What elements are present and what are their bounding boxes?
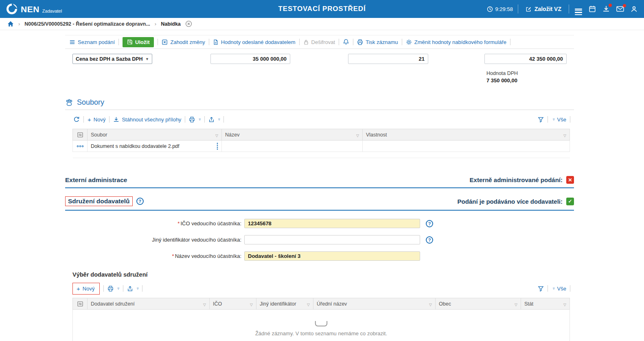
dropdown-caret-icon: ▿ bbox=[137, 286, 139, 290]
export-icon bbox=[127, 286, 133, 292]
breadcrumb-chevron: › bbox=[155, 21, 156, 27]
column-header-obec[interactable]: Obec ▽ bbox=[436, 298, 521, 310]
files-title-label: Soubory bbox=[77, 98, 104, 107]
filter-caret-icon[interactable]: ▽ bbox=[356, 134, 359, 138]
price-type-select[interactable]: Cena bez DPH a Sazba DPH ▼ bbox=[72, 54, 152, 64]
discard-changes-label: Zahodit změny bbox=[170, 39, 205, 45]
column-settings-header[interactable] bbox=[73, 298, 88, 310]
user-icon[interactable] bbox=[630, 5, 638, 13]
supplier-selection-title: Výběr dodavatelů sdružení bbox=[72, 271, 574, 278]
create-vz-button[interactable]: Založit VZ bbox=[523, 5, 564, 13]
toolbar-separator bbox=[142, 285, 142, 292]
new-file-label: Nový bbox=[94, 117, 106, 123]
filter-button[interactable] bbox=[538, 117, 544, 123]
toolbar-separator bbox=[204, 116, 205, 123]
help-icon[interactable]: ? bbox=[136, 198, 144, 205]
list-of-submissions-button[interactable]: Seznam podání bbox=[69, 39, 115, 45]
change-form-values-button[interactable]: Změnit hodnoty nabídkového formuláře bbox=[406, 39, 506, 45]
supplier-values-button[interactable]: Hodnoty odeslané dodavatelem bbox=[213, 39, 296, 45]
export-menu-button[interactable]: ▿ bbox=[127, 286, 139, 292]
filter-caret-icon[interactable]: ▽ bbox=[307, 303, 310, 307]
vat-rate-field[interactable]: 21 bbox=[348, 54, 428, 64]
download-all-attachments-button[interactable]: Stáhnout všechny přílohy bbox=[113, 117, 181, 123]
row-menu-cell[interactable] bbox=[73, 141, 88, 152]
discard-changes-icon bbox=[162, 39, 168, 45]
nen-brand[interactable]: NEN Zadavatel bbox=[6, 3, 62, 15]
new-consortium-supplier-button[interactable]: + Nový bbox=[72, 283, 100, 295]
price-no-vat-field[interactable]: 35 000 000,00 bbox=[210, 54, 290, 64]
other-id-input[interactable] bbox=[244, 235, 420, 244]
price-with-vat-field[interactable]: 42 350 000,00 bbox=[484, 54, 567, 64]
refresh-button[interactable] bbox=[73, 116, 80, 123]
messages-icon[interactable] bbox=[616, 5, 625, 13]
drag-handle-icon[interactable] bbox=[217, 143, 218, 150]
column-header-vlastnost[interactable]: Vlastnost ▽ bbox=[363, 129, 570, 141]
view-all-dropdown[interactable]: ▿ Vše bbox=[552, 286, 566, 292]
column-header-stat[interactable]: Stát ▽ bbox=[521, 298, 570, 310]
column-settings-icon bbox=[77, 301, 83, 307]
brand-role: Zadavatel bbox=[42, 9, 62, 13]
column-header-uredni-nazev[interactable]: Úřední název ▽ bbox=[313, 298, 436, 310]
export-menu-button[interactable]: ▿ bbox=[208, 117, 220, 123]
external-admin-no-flag[interactable]: ✕ bbox=[566, 176, 574, 184]
leader-name-input[interactable] bbox=[244, 251, 420, 261]
toolbar-separator bbox=[118, 39, 119, 45]
consortium-label: Podání je podáváno více dodavateli: bbox=[458, 198, 563, 205]
save-button[interactable]: Uložit bbox=[123, 37, 154, 47]
toolbar-separator bbox=[299, 39, 300, 45]
dropdown-caret-icon: ▿ bbox=[199, 117, 201, 121]
environment-title: TESTOVACÍ PROSTŘEDÍ bbox=[278, 5, 366, 13]
lock-icon bbox=[303, 39, 309, 45]
filter-caret-icon[interactable]: ▽ bbox=[215, 134, 218, 138]
filter-caret-icon[interactable]: ▽ bbox=[563, 134, 566, 138]
form-row-name: *Název vedoucího účastníka: bbox=[65, 251, 574, 261]
consortium-yes-flag[interactable]: ✓ bbox=[566, 198, 574, 205]
filter-caret-icon[interactable]: ▽ bbox=[515, 303, 517, 307]
toolbar-separator bbox=[158, 39, 158, 45]
print-menu-button[interactable]: ▿ bbox=[189, 117, 201, 123]
cell-nazev[interactable] bbox=[222, 141, 363, 152]
home-icon[interactable] bbox=[7, 21, 14, 27]
print-record-button[interactable]: Tisk záznamu bbox=[357, 39, 398, 45]
files-toolbar: + Nový Stáhnout všechny přílohy ▿ ▿ bbox=[65, 114, 574, 125]
filter-caret-icon[interactable]: ▽ bbox=[250, 303, 253, 307]
view-all-dropdown[interactable]: ▿ Vše bbox=[552, 117, 566, 123]
new-file-button[interactable]: + Nový bbox=[88, 116, 105, 123]
cell-soubor[interactable]: Dokument s nabídkou dodavatele 2.pdf bbox=[88, 141, 222, 152]
toolbar-separator bbox=[570, 285, 570, 292]
calendar-icon[interactable] bbox=[588, 4, 597, 13]
column-header-ico[interactable]: IČO ▽ bbox=[210, 298, 256, 310]
plus-icon: + bbox=[88, 116, 91, 123]
menu-icon[interactable] bbox=[574, 7, 583, 12]
filter-caret-icon[interactable]: ▽ bbox=[563, 303, 566, 307]
filter-button[interactable] bbox=[538, 286, 544, 292]
close-tab-icon[interactable] bbox=[185, 20, 192, 27]
save-icon bbox=[127, 39, 133, 45]
column-header-dodavatel[interactable]: Dodavatel sdružení ▽ bbox=[88, 298, 210, 310]
empty-state-text: Žádné záznamy. V tomto seznamu nemáme co… bbox=[255, 330, 387, 337]
notifications-button[interactable] bbox=[343, 39, 349, 45]
file-name: Dokument s nabídkou dodavatele 2.pdf bbox=[91, 143, 180, 149]
column-header-nazev[interactable]: Název ▽ bbox=[222, 129, 363, 141]
dropdown-caret-icon: ▿ bbox=[218, 117, 220, 121]
consortium-header-row: Dodavatel sdružení ▽ IČO ▽ Jiný identifi… bbox=[73, 298, 570, 310]
filter-caret-icon[interactable]: ▽ bbox=[203, 303, 206, 307]
cell-vlastnost[interactable] bbox=[363, 141, 570, 152]
column-header-soubor[interactable]: Soubor ▽ bbox=[88, 129, 222, 141]
files-header-row: Soubor ▽ Název ▽ Vlastnost ▽ bbox=[73, 129, 570, 141]
help-icon[interactable]: ? bbox=[426, 220, 433, 227]
downloads-icon[interactable] bbox=[602, 4, 611, 13]
filter-caret-icon[interactable]: ▽ bbox=[429, 303, 432, 307]
breadcrumb-procurement[interactable]: N006/25/V00005292 - Řešení optimalizace … bbox=[24, 21, 150, 27]
discard-changes-button[interactable]: Zahodit změny bbox=[162, 39, 205, 45]
print-menu-button[interactable]: ▿ bbox=[107, 286, 119, 292]
toolbar-separator bbox=[353, 39, 353, 45]
column-header-jiny-identifikator[interactable]: Jiný identifikátor ▽ bbox=[256, 298, 313, 310]
file-row[interactable]: Dokument s nabídkou dodavatele 2.pdf bbox=[73, 141, 570, 152]
help-icon[interactable]: ? bbox=[426, 236, 433, 244]
toolbar-separator bbox=[570, 116, 570, 123]
download-icon bbox=[113, 117, 119, 123]
column-settings-header[interactable] bbox=[73, 129, 88, 141]
consortium-title: Sdružení dodavatelů bbox=[65, 196, 133, 206]
ico-input[interactable] bbox=[244, 219, 420, 228]
